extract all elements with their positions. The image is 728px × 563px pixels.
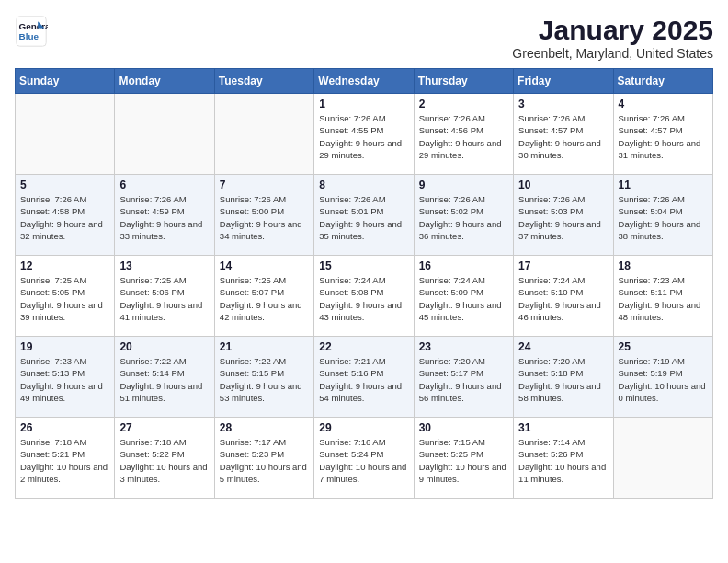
calendar-week-row: 5Sunrise: 7:26 AMSunset: 4:58 PMDaylight…: [16, 175, 713, 256]
day-info: Sunrise: 7:26 AMSunset: 4:55 PMDaylight:…: [319, 112, 408, 161]
day-info: Sunrise: 7:17 AMSunset: 5:23 PMDaylight:…: [220, 436, 309, 485]
calendar-cell: 21Sunrise: 7:22 AMSunset: 5:15 PMDayligh…: [214, 337, 313, 418]
day-info: Sunrise: 7:23 AMSunset: 5:13 PMDaylight:…: [20, 355, 109, 404]
day-number: 4: [619, 98, 708, 110]
day-number: 21: [220, 340, 309, 353]
calendar-cell: 7Sunrise: 7:26 AMSunset: 5:00 PMDaylight…: [214, 175, 313, 256]
calendar-week-row: 1Sunrise: 7:26 AMSunset: 4:55 PMDaylight…: [16, 94, 713, 175]
day-number: 24: [518, 340, 608, 353]
calendar-cell: 1Sunrise: 7:26 AMSunset: 4:55 PMDaylight…: [314, 94, 414, 175]
calendar-cell: 20Sunrise: 7:22 AMSunset: 5:14 PMDayligh…: [115, 337, 214, 418]
calendar-cell: 22Sunrise: 7:21 AMSunset: 5:16 PMDayligh…: [314, 337, 414, 418]
calendar-cell: 23Sunrise: 7:20 AMSunset: 5:17 PMDayligh…: [414, 337, 513, 418]
day-number: 7: [220, 178, 309, 191]
calendar-cell: 14Sunrise: 7:25 AMSunset: 5:07 PMDayligh…: [214, 256, 313, 337]
calendar-cell: 19Sunrise: 7:23 AMSunset: 5:13 PMDayligh…: [16, 337, 115, 418]
calendar-cell: 16Sunrise: 7:24 AMSunset: 5:09 PMDayligh…: [414, 256, 513, 337]
day-info: Sunrise: 7:26 AMSunset: 4:58 PMDaylight:…: [20, 193, 109, 242]
calendar-week-row: 12Sunrise: 7:25 AMSunset: 5:05 PMDayligh…: [16, 256, 713, 337]
day-number: 25: [619, 340, 708, 353]
day-info: Sunrise: 7:16 AMSunset: 5:24 PMDaylight:…: [319, 436, 408, 485]
logo-icon: General Blue: [15, 15, 48, 48]
day-number: 6: [119, 178, 209, 191]
svg-text:General: General: [19, 21, 49, 31]
day-number: 22: [319, 340, 408, 353]
calendar-cell: 30Sunrise: 7:15 AMSunset: 5:25 PMDayligh…: [414, 418, 513, 499]
calendar-cell: 8Sunrise: 7:26 AMSunset: 5:01 PMDaylight…: [314, 175, 414, 256]
calendar-cell: 13Sunrise: 7:25 AMSunset: 5:06 PMDayligh…: [115, 256, 214, 337]
calendar-cell: [115, 94, 214, 175]
day-number: 8: [319, 178, 408, 191]
day-number: 26: [20, 421, 109, 434]
calendar-cell: 10Sunrise: 7:26 AMSunset: 5:03 PMDayligh…: [514, 175, 613, 256]
calendar-cell: 25Sunrise: 7:19 AMSunset: 5:19 PMDayligh…: [613, 337, 712, 418]
calendar-cell: 2Sunrise: 7:26 AMSunset: 4:56 PMDaylight…: [414, 94, 513, 175]
weekday-header-sunday: Sunday: [16, 69, 115, 94]
location-label: Greenbelt, Maryland, United States: [512, 46, 713, 61]
calendar-cell: 17Sunrise: 7:24 AMSunset: 5:10 PMDayligh…: [514, 256, 613, 337]
day-info: Sunrise: 7:26 AMSunset: 5:03 PMDaylight:…: [518, 193, 608, 242]
day-number: 23: [419, 340, 508, 353]
calendar-cell: 4Sunrise: 7:26 AMSunset: 4:57 PMDaylight…: [613, 94, 712, 175]
day-number: 11: [619, 178, 708, 191]
calendar-cell: 9Sunrise: 7:26 AMSunset: 5:02 PMDaylight…: [414, 175, 513, 256]
weekday-header-thursday: Thursday: [414, 69, 513, 94]
weekday-header-tuesday: Tuesday: [214, 69, 313, 94]
day-number: 5: [20, 178, 109, 191]
calendar-cell: 12Sunrise: 7:25 AMSunset: 5:05 PMDayligh…: [16, 256, 115, 337]
day-info: Sunrise: 7:24 AMSunset: 5:10 PMDaylight:…: [518, 274, 608, 323]
day-info: Sunrise: 7:26 AMSunset: 5:00 PMDaylight:…: [220, 193, 309, 242]
calendar-cell: 6Sunrise: 7:26 AMSunset: 4:59 PMDaylight…: [115, 175, 214, 256]
weekday-header-monday: Monday: [115, 69, 214, 94]
day-number: 10: [518, 178, 608, 191]
calendar-cell: 31Sunrise: 7:14 AMSunset: 5:26 PMDayligh…: [514, 418, 613, 499]
calendar-week-row: 26Sunrise: 7:18 AMSunset: 5:21 PMDayligh…: [16, 418, 713, 499]
calendar-cell: 28Sunrise: 7:17 AMSunset: 5:23 PMDayligh…: [214, 418, 313, 499]
day-number: 28: [220, 421, 309, 434]
day-number: 19: [20, 340, 109, 353]
day-info: Sunrise: 7:19 AMSunset: 5:19 PMDaylight:…: [619, 355, 708, 404]
day-number: 31: [518, 421, 608, 434]
day-number: 17: [518, 259, 608, 272]
day-info: Sunrise: 7:20 AMSunset: 5:17 PMDaylight:…: [419, 355, 508, 404]
weekday-header-saturday: Saturday: [613, 69, 712, 94]
calendar-cell: [214, 94, 313, 175]
calendar-cell: 5Sunrise: 7:26 AMSunset: 4:58 PMDaylight…: [16, 175, 115, 256]
day-number: 30: [419, 421, 508, 434]
calendar-cell: 11Sunrise: 7:26 AMSunset: 5:04 PMDayligh…: [613, 175, 712, 256]
day-info: Sunrise: 7:18 AMSunset: 5:21 PMDaylight:…: [20, 436, 109, 485]
day-number: 15: [319, 259, 408, 272]
day-info: Sunrise: 7:14 AMSunset: 5:26 PMDaylight:…: [518, 436, 608, 485]
month-title: January 2025: [512, 15, 713, 46]
day-number: 14: [220, 259, 309, 272]
weekday-header-wednesday: Wednesday: [314, 69, 414, 94]
day-info: Sunrise: 7:24 AMSunset: 5:08 PMDaylight:…: [319, 274, 408, 323]
day-info: Sunrise: 7:18 AMSunset: 5:22 PMDaylight:…: [119, 436, 209, 485]
calendar-cell: 24Sunrise: 7:20 AMSunset: 5:18 PMDayligh…: [514, 337, 613, 418]
day-info: Sunrise: 7:21 AMSunset: 5:16 PMDaylight:…: [319, 355, 408, 404]
day-number: 9: [419, 178, 508, 191]
svg-text:Blue: Blue: [19, 31, 40, 41]
day-info: Sunrise: 7:24 AMSunset: 5:09 PMDaylight:…: [419, 274, 508, 323]
day-number: 12: [20, 259, 109, 272]
day-number: 3: [518, 98, 608, 110]
calendar-cell: 3Sunrise: 7:26 AMSunset: 4:57 PMDaylight…: [514, 94, 613, 175]
day-info: Sunrise: 7:25 AMSunset: 5:05 PMDaylight:…: [20, 274, 109, 323]
day-info: Sunrise: 7:20 AMSunset: 5:18 PMDaylight:…: [518, 355, 608, 404]
day-number: 16: [419, 259, 508, 272]
calendar-cell: 15Sunrise: 7:24 AMSunset: 5:08 PMDayligh…: [314, 256, 414, 337]
day-info: Sunrise: 7:15 AMSunset: 5:25 PMDaylight:…: [419, 436, 508, 485]
day-info: Sunrise: 7:25 AMSunset: 5:06 PMDaylight:…: [119, 274, 209, 323]
day-info: Sunrise: 7:26 AMSunset: 4:57 PMDaylight:…: [619, 112, 708, 161]
calendar-week-row: 19Sunrise: 7:23 AMSunset: 5:13 PMDayligh…: [16, 337, 713, 418]
calendar-table: SundayMondayTuesdayWednesdayThursdayFrid…: [15, 68, 713, 499]
day-info: Sunrise: 7:26 AMSunset: 5:04 PMDaylight:…: [619, 193, 708, 242]
calendar-cell: [16, 94, 115, 175]
day-number: 2: [419, 98, 508, 110]
calendar-cell: [613, 418, 712, 499]
calendar-cell: 29Sunrise: 7:16 AMSunset: 5:24 PMDayligh…: [314, 418, 414, 499]
logo: General Blue GeneralBlue: [15, 15, 48, 48]
day-info: Sunrise: 7:26 AMSunset: 4:57 PMDaylight:…: [518, 112, 608, 161]
day-info: Sunrise: 7:26 AMSunset: 5:01 PMDaylight:…: [319, 193, 408, 242]
day-info: Sunrise: 7:25 AMSunset: 5:07 PMDaylight:…: [220, 274, 309, 323]
